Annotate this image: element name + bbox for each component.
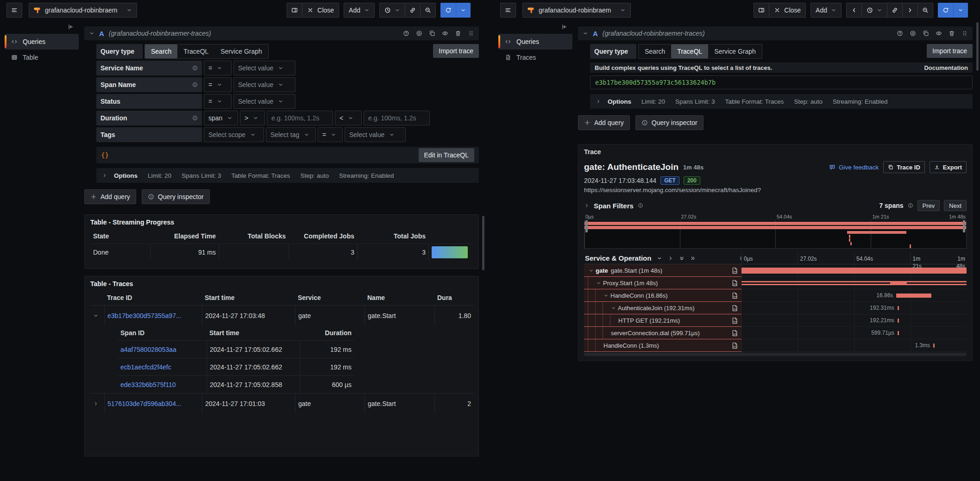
minimap-right-handle[interactable] — [963, 220, 965, 232]
query-history-icon[interactable] — [910, 30, 916, 37]
column-header-service[interactable]: Service — [295, 290, 364, 305]
collapse-one-icon[interactable] — [668, 256, 673, 261]
tab-search[interactable]: Search — [639, 44, 671, 58]
duration-lt-operator-select[interactable]: < — [335, 111, 362, 125]
status-operator-select[interactable]: = — [204, 94, 232, 109]
duration-min-input[interactable] — [267, 111, 333, 125]
expand-all-icon[interactable] — [679, 256, 685, 261]
add-query-button[interactable]: Add query — [578, 115, 630, 130]
edit-in-traceql-button[interactable]: Edit in TraceQL — [419, 148, 475, 162]
zoom-out-button[interactable] — [420, 3, 436, 18]
trace-id-link[interactable]: e3b17be300d57355a97... — [107, 312, 182, 319]
tab-search[interactable]: Search — [145, 44, 177, 58]
duration-gt-operator-select[interactable]: > — [240, 111, 265, 125]
column-header-start-time[interactable]: Start time — [202, 290, 295, 305]
time-shift-back-button[interactable] — [846, 3, 861, 18]
tags-operator-select[interactable]: = — [318, 127, 343, 142]
remove-query-icon[interactable] — [949, 30, 955, 37]
left-pane-scrollbar[interactable] — [482, 216, 484, 270]
row-expander[interactable] — [90, 393, 104, 413]
query-help-icon[interactable] — [897, 30, 903, 37]
time-picker-button[interactable] — [379, 3, 405, 18]
span-log-icon[interactable]: LOG — [731, 267, 738, 274]
span-log-icon[interactable]: LOG — [731, 342, 738, 349]
column-header-blocks[interactable]: Total Blocks — [219, 229, 289, 244]
share-link-button[interactable] — [887, 3, 902, 18]
trace-id-button[interactable]: Trace ID — [883, 161, 925, 173]
tab-service-graph[interactable]: Service Graph — [708, 44, 761, 58]
duration-max-input[interactable] — [364, 111, 430, 125]
chevron-right-icon[interactable] — [584, 203, 590, 208]
run-query-interval-button[interactable] — [953, 3, 968, 18]
disable-query-icon[interactable] — [442, 30, 448, 37]
column-header-span-duration[interactable]: Duration — [300, 325, 354, 340]
collapse-query-icon[interactable] — [583, 31, 588, 36]
trace-id-link[interactable]: 5176103de7d596ab304... — [107, 400, 182, 407]
query-options-strip[interactable]: Options Limit: 20 Spans Limit: 3 Table F… — [96, 168, 479, 183]
collapse-outline-icon[interactable] — [561, 24, 568, 30]
close-pane-button[interactable]: Close — [302, 3, 339, 18]
span-duration-bar[interactable] — [898, 319, 899, 323]
service-name-operator-select[interactable]: = — [204, 61, 232, 75]
tab-traceql[interactable]: TraceQL — [177, 44, 214, 58]
timeline-horizontal-scrollbar[interactable] — [584, 353, 967, 356]
span-duration-bar[interactable] — [933, 344, 935, 348]
collapse-span-icon[interactable] — [589, 268, 596, 273]
span-log-icon[interactable]: LOG — [731, 292, 738, 299]
span-id-link[interactable]: ecb1aecfcd2f4efc — [120, 363, 171, 371]
span-row[interactable]: AuthenticateJoin (192.31ms)LOG192.31ms — [584, 302, 967, 314]
query-options-strip[interactable]: Options Limit: 20 Spans Limit: 3 Table F… — [590, 94, 973, 109]
collapse-span-icon[interactable] — [611, 306, 618, 311]
disable-query-icon[interactable] — [936, 30, 942, 37]
duplicate-query-icon[interactable] — [923, 30, 929, 37]
service-name-value-select[interactable]: Select value — [233, 61, 295, 75]
documentation-link[interactable]: Documentation — [924, 64, 968, 71]
column-header-trace-id[interactable]: Trace ID — [104, 290, 202, 305]
column-header-name[interactable]: Name — [364, 290, 434, 305]
minimap-left-handle[interactable] — [585, 220, 588, 232]
query-help-icon[interactable] — [403, 30, 409, 37]
collapse-span-icon[interactable] — [596, 281, 603, 286]
time-shift-forward-button[interactable] — [902, 3, 917, 18]
next-span-button[interactable]: Next — [944, 200, 967, 211]
column-header-duration[interactable]: Dura — [434, 290, 474, 305]
mega-menu-button[interactable] — [500, 3, 516, 18]
span-duration-bar[interactable] — [896, 294, 931, 298]
sidebar-item-queries[interactable]: Queries — [5, 34, 79, 50]
span-duration-bar[interactable] — [741, 268, 967, 274]
add-dropdown-button[interactable]: Add — [344, 3, 375, 18]
span-row[interactable]: Proxy.Start (1m 48s)LOG — [584, 277, 967, 289]
export-button[interactable]: Export — [930, 161, 967, 173]
import-trace-button[interactable]: Import trace — [433, 44, 479, 58]
status-value-select[interactable]: Select value — [233, 94, 295, 109]
duration-scope-select[interactable]: span — [204, 111, 238, 125]
close-pane-button[interactable]: Close — [769, 3, 806, 18]
datasource-picker[interactable]: grafanacloud-robinbraem — [29, 3, 137, 18]
span-id-link[interactable]: ede332b6b575f110 — [120, 381, 176, 388]
zoom-out-button[interactable] — [917, 3, 933, 18]
column-header-total-jobs[interactable]: Total Jobs — [357, 229, 428, 244]
column-header-span-id[interactable]: Span ID — [118, 325, 207, 340]
span-row[interactable]: gategate.Start (1m 48s)LOG — [584, 264, 967, 277]
span-id-link[interactable]: a4af7580028053aa — [120, 346, 176, 353]
drag-handle-icon[interactable] — [468, 30, 474, 37]
tags-scope-select[interactable]: Select scope — [204, 127, 264, 142]
span-log-icon[interactable]: LOG — [731, 330, 738, 337]
split-pane-button[interactable] — [754, 3, 769, 18]
span-row[interactable]: serverConnection.dial (599.71µs)LOG599.7… — [584, 327, 967, 339]
query-inspector-button[interactable]: Query inspector — [142, 189, 210, 204]
duplicate-query-icon[interactable] — [429, 30, 435, 37]
give-feedback-link[interactable]: Give feedback — [829, 164, 879, 171]
column-header-state[interactable]: State — [90, 229, 150, 244]
add-dropdown-button[interactable]: Add — [810, 3, 842, 18]
span-row[interactable]: HandleConn (16.86s)LOG16.86s — [584, 289, 967, 302]
sidebar-item-table[interactable]: Table — [5, 50, 79, 65]
span-log-icon[interactable]: LOG — [731, 305, 738, 312]
run-query-interval-button[interactable] — [456, 3, 471, 18]
tags-value-select[interactable]: Select value — [345, 127, 406, 142]
span-log-icon[interactable]: LOG — [731, 317, 738, 324]
span-row[interactable]: HandleConn (1.3ms)LOG1.3ms — [584, 339, 967, 352]
tab-service-graph[interactable]: Service Graph — [214, 44, 268, 58]
collapse-outline-icon[interactable] — [68, 24, 74, 30]
remove-query-icon[interactable] — [455, 30, 461, 37]
